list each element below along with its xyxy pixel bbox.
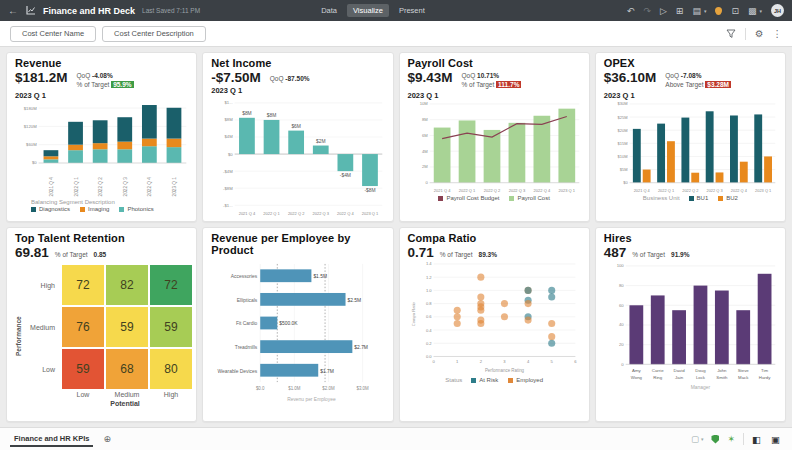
save-icon[interactable]: ▩ bbox=[748, 6, 757, 16]
tick-label: 1.0 bbox=[425, 288, 431, 293]
tick-label: 5 bbox=[550, 359, 553, 364]
comment-icon[interactable]: ▤ bbox=[692, 6, 701, 16]
comment-caret-icon[interactable]: ▾ bbox=[704, 8, 707, 14]
user-avatar[interactable]: JH bbox=[771, 4, 784, 17]
present-icon[interactable]: ⊞ bbox=[676, 6, 684, 16]
bar bbox=[93, 149, 108, 163]
kpi-value: $181.2M bbox=[15, 70, 68, 85]
top-bar: ← Finance and HR Deck Last Saved 7:11 PM… bbox=[0, 0, 792, 21]
net-income-chart: $1...$8M$4M$0-$4M-$8M-$1...$8M2021 Q 4$8… bbox=[211, 95, 384, 219]
bar bbox=[68, 150, 83, 163]
filter-icon[interactable] bbox=[726, 29, 736, 39]
heatmap: PerformanceHigh728272Medium765959Low5968… bbox=[15, 265, 188, 407]
canvas-options-icon[interactable]: ▢ bbox=[691, 434, 699, 444]
tick-label: $180M bbox=[24, 105, 37, 110]
bar bbox=[93, 120, 108, 143]
tick-label: $0 bbox=[32, 160, 37, 165]
x-label: Carrie bbox=[652, 368, 664, 373]
back-icon[interactable]: ← bbox=[8, 5, 18, 16]
net-income-card[interactable]: Net Income -$7.50M QoQ -87.50% 2023 Q 1 … bbox=[202, 52, 393, 222]
sheet-tab-finance-hr-kpis[interactable]: Finance and HR KPIs bbox=[10, 431, 93, 447]
undo-icon[interactable]: ↶ bbox=[627, 6, 635, 16]
panel-left-icon[interactable]: ◧ bbox=[752, 434, 763, 445]
export-icon[interactable]: ⊡ bbox=[731, 6, 739, 16]
filter-chip-cost-center-name[interactable]: Cost Center Name bbox=[10, 26, 96, 42]
payroll-cost-chart: 02M4M6M8M10M2021 Q 42022 Q 12022 Q 22022… bbox=[408, 100, 581, 195]
heatmap-cell[interactable]: 82 bbox=[106, 265, 148, 305]
revenue-card[interactable]: Revenue $181.2M QoQ -4.08% % of Target 9… bbox=[6, 52, 197, 222]
bar bbox=[651, 295, 665, 364]
revenue-per-employee-card[interactable]: Revenue per Employee by Product $0.0$1.0… bbox=[202, 227, 393, 422]
heatmap-cell[interactable]: 76 bbox=[62, 307, 104, 347]
hires-chart: 020406080100AmyWongCarrieRingDavidJainDo… bbox=[604, 260, 777, 396]
bar bbox=[764, 156, 772, 182]
legend-swatch bbox=[508, 378, 513, 383]
settings-gear-icon[interactable]: ⚙ bbox=[755, 28, 764, 39]
bar bbox=[44, 156, 59, 159]
opex-card[interactable]: OPEX $36.10M QoQ -7.08% Above Target $3.… bbox=[595, 52, 786, 222]
tab-visualize[interactable]: Visualize bbox=[347, 4, 389, 17]
target-badge: $3.28M bbox=[705, 81, 731, 88]
card-title: Compa Ratio bbox=[408, 232, 581, 244]
spark-icon[interactable]: ✶ bbox=[727, 434, 735, 444]
redo-icon[interactable]: ↷ bbox=[643, 6, 651, 16]
save-caret-icon[interactable]: ▾ bbox=[759, 8, 762, 14]
scatter-point bbox=[524, 300, 531, 307]
bar bbox=[289, 131, 305, 154]
bar bbox=[167, 147, 182, 163]
heatmap-cell[interactable]: 72 bbox=[150, 265, 192, 305]
legend-item: BU2 bbox=[718, 195, 738, 201]
heatmap-cell[interactable]: 59 bbox=[150, 307, 192, 347]
scatter-point bbox=[453, 320, 460, 327]
heatmap-cell[interactable]: 80 bbox=[150, 349, 192, 389]
heatmap-cell[interactable]: 68 bbox=[106, 349, 148, 389]
payroll-cost-card[interactable]: Payroll Cost $9.43M QoQ 10.71% % of Targ… bbox=[399, 52, 590, 222]
bar bbox=[142, 138, 157, 146]
heatmap-cell[interactable]: 72 bbox=[62, 265, 104, 305]
legend-item: Diagnostics bbox=[31, 206, 70, 212]
kebab-menu-icon[interactable]: ⋮ bbox=[773, 28, 783, 39]
compa-ratio-card[interactable]: Compa Ratio 0.71 % of Target 89.3% 0.00.… bbox=[399, 227, 590, 422]
tick-label: 4M bbox=[421, 149, 427, 154]
tab-data[interactable]: Data bbox=[315, 4, 343, 17]
heatmap-cell[interactable]: 59 bbox=[62, 349, 104, 389]
kpi-value: 487 bbox=[604, 245, 627, 260]
bar bbox=[260, 340, 352, 353]
x-label: 2022 Q 1 bbox=[458, 187, 475, 192]
panel-right-icon[interactable]: ▣ bbox=[771, 434, 782, 445]
legend-item: BU1 bbox=[689, 195, 709, 201]
tick-label: -$8M bbox=[223, 186, 233, 191]
bar bbox=[667, 141, 675, 182]
x-label: 2022 Q 4 bbox=[533, 187, 550, 192]
x-label: 2021 Q 4 bbox=[633, 187, 650, 192]
insight-lightbulb-icon[interactable] bbox=[715, 7, 722, 14]
legend-swatch bbox=[119, 207, 124, 212]
x-label: Tim bbox=[761, 368, 768, 373]
tick-label: $1.0M bbox=[288, 386, 301, 391]
tick-label: 40 bbox=[619, 322, 624, 327]
period-label: 2023 Q 1 bbox=[15, 91, 188, 100]
bar bbox=[44, 150, 59, 156]
legend-item: Employed bbox=[508, 377, 543, 383]
card-title: OPEX bbox=[604, 57, 777, 69]
play-icon[interactable]: ▷ bbox=[660, 6, 667, 16]
canvas-options-caret-icon[interactable]: ▾ bbox=[701, 436, 704, 442]
tick-label: $2.0M bbox=[323, 386, 336, 391]
shield-icon[interactable] bbox=[711, 435, 719, 444]
hires-card[interactable]: Hires 487 % of Target 91.9% 020406080100… bbox=[595, 227, 786, 422]
tick-label: 8M bbox=[421, 117, 427, 122]
x-label: 2022 Q 1 bbox=[74, 177, 79, 197]
tab-present[interactable]: Present bbox=[393, 4, 431, 17]
x-label: 2022 Q 2 bbox=[682, 187, 698, 192]
data-label: $8M bbox=[242, 111, 252, 116]
add-canvas-icon[interactable]: ⊕ bbox=[103, 434, 111, 444]
target-badge: 111.7% bbox=[496, 81, 521, 88]
top-talent-retention-card[interactable]: Top Talent Retention 69.81 % of Target 0… bbox=[6, 227, 197, 422]
tick-label: 10M bbox=[419, 101, 428, 106]
filter-chip-cost-center-description[interactable]: Cost Center Description bbox=[102, 26, 206, 42]
tick-label: -$4M bbox=[223, 169, 233, 174]
heatmap-cell[interactable]: 59 bbox=[106, 307, 148, 347]
legend-swatch bbox=[718, 196, 723, 201]
bar bbox=[68, 122, 83, 145]
last-saved-text: Last Saved 7:11 PM bbox=[142, 7, 200, 14]
